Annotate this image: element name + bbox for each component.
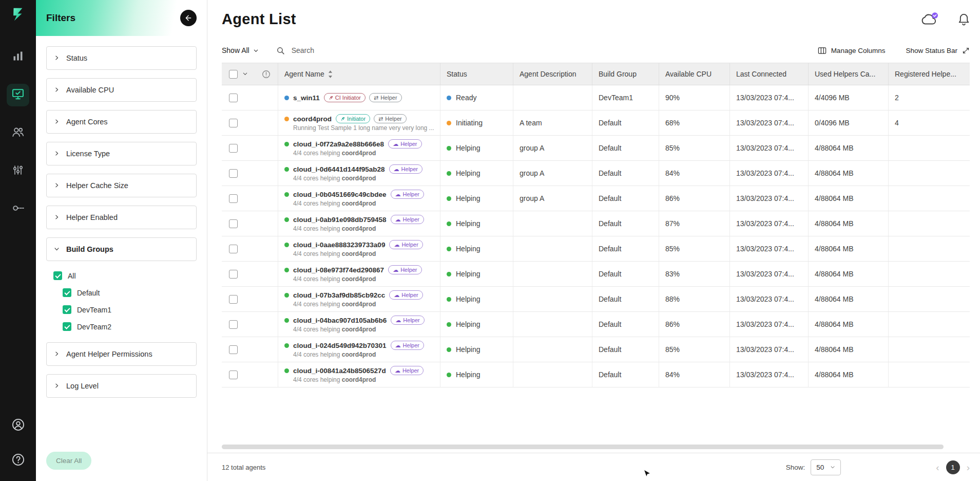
table-row[interactable]: cloud_i-0f72a9a2e88b666e8 ☁Helper 4/4 co… xyxy=(222,136,970,161)
checkbox-checked[interactable] xyxy=(63,305,71,314)
row-checkbox[interactable] xyxy=(229,169,238,178)
previous-page-button[interactable]: ‹ xyxy=(936,462,939,472)
bulk-menu-chevron-icon[interactable] xyxy=(242,70,248,78)
nav-item-account[interactable] xyxy=(7,414,29,437)
row-checkbox[interactable] xyxy=(229,320,238,329)
cloud-status-button[interactable] xyxy=(920,12,938,26)
column-header-registered-helpers[interactable]: Registered Helpe... xyxy=(889,63,970,85)
row-checkbox[interactable] xyxy=(229,219,238,228)
table-row[interactable]: cloud_i-04bac907d105ab6b6 ☁Helper 4/4 co… xyxy=(222,312,970,337)
manage-columns-button[interactable]: Manage Columns xyxy=(818,47,886,54)
column-header-available-cpu[interactable]: Available CPU xyxy=(659,63,730,85)
filter-section-helper-enabled[interactable]: Helper Enabled xyxy=(46,206,197,229)
status-cell: Helping xyxy=(440,211,513,236)
chevron-right-icon xyxy=(54,213,60,221)
nav-item-agents[interactable] xyxy=(7,84,29,106)
nav-item-license[interactable] xyxy=(7,198,29,220)
used-helpers-cell: 4/4096 MB xyxy=(809,85,889,110)
show-status-bar-button[interactable]: Show Status Bar xyxy=(906,47,970,54)
agent-name-cell: cloud_i-0ab91e098db759458 ☁Helper 4/4 co… xyxy=(278,211,440,236)
current-page-indicator[interactable]: 1 xyxy=(946,460,960,474)
row-checkbox[interactable] xyxy=(229,94,238,102)
show-all-dropdown[interactable]: Show All xyxy=(222,46,259,54)
filter-section-available-cpu[interactable]: Available CPU xyxy=(46,78,197,102)
filter-section-log-level[interactable]: Log Level xyxy=(46,374,197,398)
nav-item-dashboard[interactable] xyxy=(7,46,29,68)
table-row[interactable]: cloud_i-00841a24b8506527d ☁Helper 4/4 co… xyxy=(222,362,970,387)
build-group-option-all[interactable]: All xyxy=(53,267,197,284)
table-row[interactable]: cloud_i-08e973f74ed290867 ☁Helper 4/4 co… xyxy=(222,262,970,287)
badge-list: ☁Helper xyxy=(390,366,424,375)
agent-name-cell: cloud_i-0d6441d144f95ab28 ☁Helper 4/4 co… xyxy=(278,161,440,186)
select-all-checkbox[interactable] xyxy=(229,70,238,79)
column-header-agent-name[interactable]: Agent Name xyxy=(278,63,440,85)
table-row[interactable]: cloud_i-07b3af9db85cb92cc ☁Helper 4/4 co… xyxy=(222,287,970,312)
build-group-option-devteam2[interactable]: DevTeam2 xyxy=(53,318,197,335)
nav-item-users[interactable] xyxy=(7,122,29,144)
chevron-down-icon xyxy=(253,48,259,53)
badge-helper: ⇄Helper xyxy=(369,93,402,102)
row-checkbox[interactable] xyxy=(229,371,238,379)
agent-name: cloud_i-04bac907d105ab6b6 xyxy=(293,317,387,324)
row-checkbox[interactable] xyxy=(229,144,238,153)
nav-item-settings[interactable] xyxy=(7,160,29,182)
table-row[interactable]: cloud_i-0ab91e098db759458 ☁Helper 4/4 co… xyxy=(222,211,970,236)
row-checkbox[interactable] xyxy=(229,194,238,203)
sort-icon[interactable] xyxy=(328,70,333,78)
table-row[interactable]: cloud_i-0b0451669c49cbdee ☁Helper 4/4 co… xyxy=(222,186,970,211)
table-row[interactable]: coord4prod Initiator⇄Helper Running Test… xyxy=(222,110,970,136)
agent-name: cloud_i-0d6441d144f95ab28 xyxy=(293,165,385,173)
column-header-build-group[interactable]: Build Group xyxy=(592,63,659,85)
page-size-select[interactable]: 50 xyxy=(811,459,841,475)
column-header-last-connected[interactable]: Last Connected xyxy=(730,63,809,85)
next-page-button[interactable]: › xyxy=(967,462,970,472)
filter-section-build-groups[interactable]: Build Groups xyxy=(46,237,197,261)
row-select-cell xyxy=(222,161,256,186)
checkbox-checked[interactable] xyxy=(63,322,71,331)
checkbox-checked[interactable] xyxy=(53,271,62,280)
chevron-right-icon xyxy=(54,181,60,190)
available-cpu-cell: 84% xyxy=(659,362,730,387)
build-group-cell: Default xyxy=(592,186,659,211)
registered-helpers-cell xyxy=(889,312,970,337)
used-helpers-cell: 4/88064 MB xyxy=(809,161,889,186)
build-group-option-default[interactable]: Default xyxy=(53,284,197,301)
agent-name: cloud_i-024d549d942b70301 xyxy=(293,342,387,349)
row-checkbox[interactable] xyxy=(229,270,238,279)
table-row[interactable]: cloud_i-0aae8883239733a09 ☁Helper 4/4 co… xyxy=(222,236,970,262)
filter-section-status[interactable]: Status xyxy=(46,46,197,70)
filters-body: Status Available CPU Agent Cores License… xyxy=(36,36,207,443)
table-row[interactable]: s_win11 CI Initiator⇄Helper Ready DevTea… xyxy=(222,85,970,110)
collapse-filters-button[interactable] xyxy=(180,10,197,26)
registered-helpers-cell xyxy=(889,236,970,261)
header-info-cell[interactable] xyxy=(256,63,278,85)
filter-section-helper-cache-size[interactable]: Helper Cache Size xyxy=(46,174,197,197)
build-group-cell: Default xyxy=(592,287,659,311)
filter-section-agent-cores[interactable]: Agent Cores xyxy=(46,110,197,134)
checkbox-checked[interactable] xyxy=(63,288,71,297)
agent-name-cell: coord4prod Initiator⇄Helper Running Test… xyxy=(278,110,440,135)
search-input[interactable] xyxy=(291,46,411,55)
column-header-used-helpers[interactable]: Used Helpers Ca... xyxy=(809,63,889,85)
clear-all-button[interactable]: Clear All xyxy=(46,452,91,470)
row-checkbox[interactable] xyxy=(229,345,238,354)
nav-item-help[interactable] xyxy=(7,449,29,472)
row-checkbox[interactable] xyxy=(229,245,238,253)
column-header-agent-description[interactable]: Agent Description xyxy=(513,63,592,85)
filter-section-agent-helper-permissions[interactable]: Agent Helper Permissions xyxy=(46,342,197,366)
notifications-button[interactable] xyxy=(958,13,970,26)
column-header-status[interactable]: Status xyxy=(440,63,513,85)
filter-section-license-type[interactable]: License Type xyxy=(46,142,197,165)
used-helpers-cell: 4/88064 MB xyxy=(809,211,889,236)
row-info-cell xyxy=(256,186,278,211)
agent-description-cell: group A xyxy=(513,186,592,211)
build-group-option-devteam1[interactable]: DevTeam1 xyxy=(53,301,197,318)
table-row[interactable]: cloud_i-0d6441d144f95ab28 ☁Helper 4/4 co… xyxy=(222,161,970,186)
brand-logo-icon[interactable] xyxy=(10,7,26,24)
table-row[interactable]: cloud_i-024d549d942b70301 ☁Helper 4/4 co… xyxy=(222,337,970,362)
horizontal-scrollbar-thumb[interactable] xyxy=(222,445,944,449)
row-checkbox[interactable] xyxy=(229,295,238,304)
row-checkbox[interactable] xyxy=(229,119,238,127)
status-label: Helping xyxy=(456,270,480,278)
agent-description-cell: group A xyxy=(513,136,592,160)
